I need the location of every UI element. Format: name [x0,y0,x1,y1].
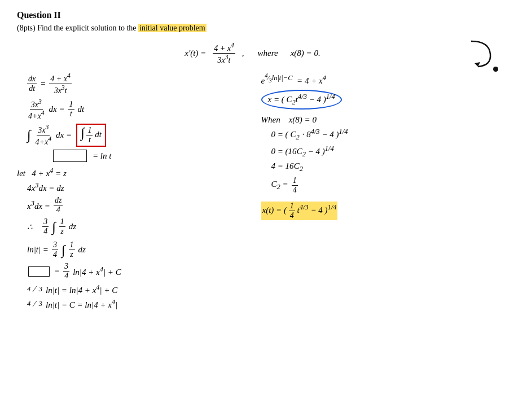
step-r3: When x(8) = 0 [261,115,489,125]
step-r1: e4⁄3ln|t|−C = 4 + x4 [261,72,489,86]
question-subtitle: (8pts) Find the explicit solution to the… [17,24,488,33]
top-eq-left: x′(t) = [185,49,206,58]
step-l8: ∴ 3 4 ∫ 1 z dz [27,217,244,236]
step-l1: dx dt = 4 + x4 3x3t [27,72,244,95]
left-column: dx dt = 4 + x4 3x3t 3x3 4+x4 dx = 1 t [17,72,250,313]
arrow-decoration [467,38,495,72]
blue-oval-box: x = ( C2t4/3 − 4 )1/4 [261,90,342,110]
lhs-frac2: 3x3 4+x4 [27,98,46,121]
top-comma: , [242,49,244,58]
step-l5: let 4 + x4 = z [17,167,244,178]
step-l11: 4⁄3 ln|t| = ln|4 + x4| + C [27,283,244,295]
step-l4: = ln t [51,150,244,162]
page: Question II (8pts) Find the explicit sol… [0,0,505,420]
top-eq-right: x(8) = 0. [291,49,320,58]
top-frac-num: 4 + x4 [213,42,235,54]
step-r2: x = ( C2t4/3 − 4 )1/4 [261,89,489,111]
step-r5: 0 = (16C2 − 4 )1/4 [271,145,489,159]
empty-box-1 [53,150,87,162]
integral-frac: 3x3 4+x4 [34,124,53,146]
rhs-frac: 4 + x4 3x3t [49,72,72,95]
content-area: dx dt = 4 + x4 3x3t 3x3 4+x4 dx = 1 t [17,72,488,313]
bullet-dot [493,67,498,72]
right-column: e4⁄3ln|t|−C = 4 + x4 x = ( C2t4/3 − 4 )1… [250,72,489,313]
integral-left: ∫ [27,128,31,142]
rhs-frac2: 1 t [68,100,74,119]
step-l2: 3x3 4+x4 dx = 1 t dt [27,98,244,121]
empty-box-2 [28,266,50,277]
step-l9: ln|t| = 3 4 ∫ 1 z dz [27,240,244,259]
top-equation: x′(t) = 4 + x4 3x3t , where x(8) = 0. [17,42,488,64]
final-answer: x(t) = ( 1 4 t4/3 − 4 )1/4 [261,202,338,220]
highlight-text: initial value problem [138,24,207,32]
step-l12: 4⁄3 ln|t| − C = ln|4 + x4| [27,298,244,310]
where-text: where [258,49,278,58]
dxdt-frac: dx dt [27,75,37,93]
step-r4: 0 = ( C2 ⋅ 84/3 − 4 )1/4 [271,128,489,142]
step-l7: x3dx = dz 4 [27,196,244,215]
step-l10: = 3 4 ln|4 + x4| + C [27,262,244,281]
step-r7: C2 = 1 4 [271,176,489,195]
question-title: Question II [17,10,488,20]
top-frac-den: 3x3t [217,54,232,65]
subtitle-text: (8pts) Find the explicit solution to the [17,24,137,32]
top-frac: 4 + x4 3x3t [213,42,235,64]
step-l6: 4x3dx = dz [27,181,244,193]
step-l3: ∫ 3x3 4+x4 dx = ∫ 1 t dt [27,124,244,147]
step-r6: 4 = 16C2 [271,161,489,173]
red-box-integral: ∫ 1 t dt [76,124,106,147]
step-r8: x(t) = ( 1 4 t4/3 − 4 )1/4 [261,202,489,220]
